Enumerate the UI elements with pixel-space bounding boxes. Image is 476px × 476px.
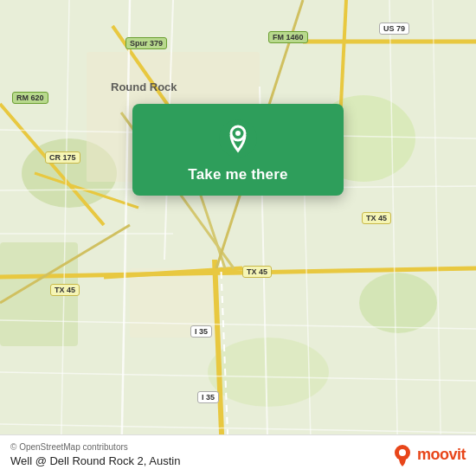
svg-point-37: [235, 131, 241, 136]
location-name: Well @ Dell Round Rock 2, Austin: [10, 454, 181, 467]
bottom-left: © OpenStreetMap contributors Well @ Dell…: [10, 442, 181, 467]
road-label-tx45-right: TX 45: [362, 212, 391, 224]
map-container: Round Rock CR 175 Spur 379 FM 1460 US 79…: [0, 0, 476, 476]
location-card[interactable]: Take me there: [132, 104, 344, 196]
svg-point-40: [399, 449, 406, 456]
road-label-tx45-left: TX 45: [50, 284, 80, 296]
moovit-logo: moovit: [391, 444, 466, 466]
moovit-pin-icon: [391, 444, 414, 466]
road-label-rm620: RM 620: [12, 92, 48, 104]
road-label-spur379: Spur 379: [125, 37, 167, 49]
road-label-i35-bot: I 35: [197, 391, 219, 403]
svg-text:Round Rock: Round Rock: [111, 80, 177, 93]
location-pin-icon: [219, 119, 257, 158]
bottom-bar: © OpenStreetMap contributors Well @ Dell…: [0, 434, 476, 476]
road-label-i35-top: I 35: [190, 325, 212, 338]
road-label-tx45-mid: TX 45: [242, 266, 272, 278]
road-label-fm1460: FM 1460: [268, 31, 308, 43]
map-svg: Round Rock: [0, 0, 476, 476]
road-label-us79: US 79: [379, 23, 409, 35]
road-label-cr175: CR 175: [45, 151, 80, 164]
moovit-brand-text: moovit: [417, 446, 466, 464]
svg-point-3: [359, 273, 437, 333]
osm-attribution: © OpenStreetMap contributors: [10, 442, 181, 452]
take-me-there-button[interactable]: Take me there: [188, 166, 287, 183]
